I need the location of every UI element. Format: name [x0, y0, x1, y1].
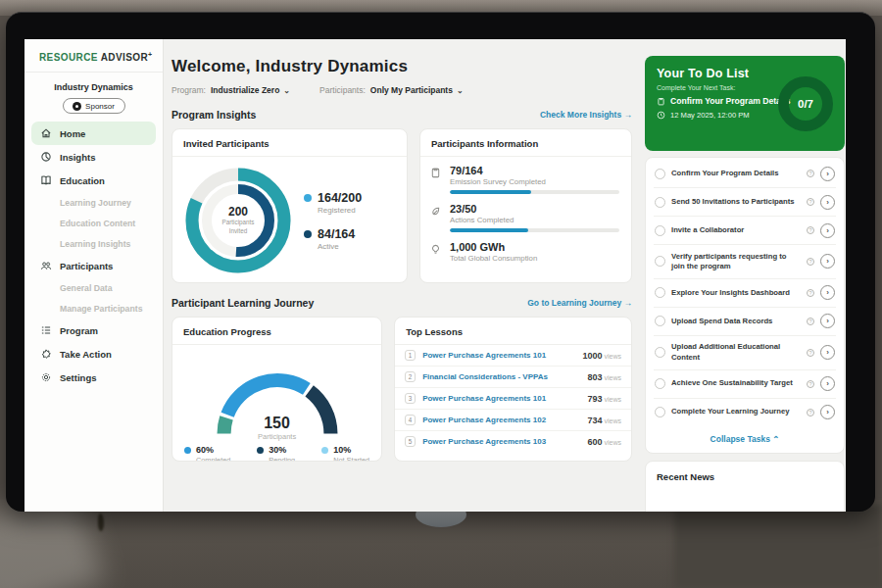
- legend-item-registered: 164/200 Registered: [304, 191, 362, 215]
- lesson-views: 803views: [587, 372, 621, 382]
- task-checkbox[interactable]: [655, 407, 665, 417]
- org-name: Industry Dynamics: [24, 82, 163, 92]
- task-checkbox[interactable]: [655, 347, 665, 358]
- participants-filter-label: Participants:: [319, 85, 366, 95]
- section-title: Participant Learning Journey: [172, 297, 314, 309]
- task-row: Complete Your Learning Journey ? ›: [654, 399, 836, 426]
- education-legend: 60% Completed 30% Pending: [172, 441, 381, 462]
- lesson-link[interactable]: Power Purchase Agreements 103: [422, 437, 580, 446]
- task-checkbox[interactable]: [655, 316, 665, 326]
- sidebar-item-education-content[interactable]: Education Content: [24, 213, 163, 233]
- sidebar-item-learning-insights[interactable]: Learning Insights: [24, 233, 163, 254]
- emission-survey-value: 79/164: [450, 165, 619, 176]
- scene: RESOURCE ADVISOR+ Industry Dynamics Spon…: [0, 0, 882, 588]
- task-checkbox[interactable]: [655, 197, 665, 208]
- task-open-button[interactable]: ›: [820, 285, 835, 300]
- invited-center-value: 200: [228, 205, 248, 219]
- task-open-button[interactable]: ›: [820, 254, 835, 269]
- todo-tasks-card: Confirm Your Program Details ? › Send 50…: [645, 157, 845, 454]
- chevron-down-icon: ⌄: [283, 86, 290, 95]
- sidebar-item-participants[interactable]: Participants: [24, 254, 163, 277]
- chevron-down-icon: ⌄: [457, 86, 464, 95]
- lesson-link[interactable]: Financial Considerations - VPPAs: [422, 372, 580, 381]
- task-checkbox[interactable]: [655, 169, 665, 179]
- sidebar-nav: Home Insights Education Learning Journey…: [24, 122, 163, 389]
- sidebar-item-settings[interactable]: Settings: [24, 366, 163, 389]
- top-lessons-card: Top Lessons 1 Power Purchase Agreements …: [394, 317, 632, 462]
- lesson-link[interactable]: Power Purchase Agreements 102: [422, 416, 580, 424]
- sidebar-item-label: Take Action: [60, 349, 112, 360]
- task-label: Confirm Your Program Details: [671, 169, 801, 178]
- sidebar-item-take-action[interactable]: Take Action: [24, 342, 163, 366]
- task-label: Upload Additional Educational Content: [671, 342, 801, 363]
- invited-legend: 164/200 Registered 84/164 Active: [304, 191, 362, 251]
- lesson-row: 3 Power Purchase Agreements 101 793views: [395, 388, 631, 410]
- background-object: [98, 514, 104, 531]
- dashboard-screen: RESOURCE ADVISOR+ Industry Dynamics Spon…: [24, 39, 846, 512]
- logo-text-resource: RESOURCE: [39, 52, 98, 63]
- legend-item-pending: 30% Pending: [257, 445, 295, 462]
- survey-icon: [430, 165, 442, 194]
- program-filter-select[interactable]: Industrialize Zero ⌄: [211, 85, 290, 95]
- lesson-row: 5 Power Purchase Agreements 103 600views: [395, 431, 631, 452]
- insights-cards-row: Invited Participants 200: [172, 128, 632, 283]
- sponsor-badge-label: Sponsor: [85, 102, 115, 111]
- task-row: Confirm Your Program Details ? ›: [654, 160, 836, 188]
- sponsor-badge[interactable]: Sponsor: [63, 98, 125, 114]
- task-checkbox[interactable]: [655, 225, 665, 236]
- task-open-button[interactable]: ›: [820, 345, 835, 360]
- lesson-row: 4 Power Purchase Agreements 102 734views: [395, 410, 631, 431]
- card-title: Education Progress: [172, 318, 381, 345]
- program-filter: Program: Industrialize Zero ⌄: [172, 85, 290, 95]
- book-icon: [40, 174, 52, 186]
- participants-filter-select[interactable]: Only My Participants ⌄: [370, 85, 464, 95]
- actions-completed-progressbar: [450, 228, 619, 232]
- section-title: Program Insights: [172, 109, 256, 121]
- arrow-right-icon: →: [624, 298, 633, 308]
- task-open-button[interactable]: ›: [820, 167, 835, 181]
- sidebar-item-education[interactable]: Education: [24, 169, 163, 192]
- task-row: Invite a Collaborator ? ›: [654, 217, 836, 245]
- lesson-link[interactable]: Power Purchase Agreements 101: [422, 351, 575, 360]
- task-label: Achieve One Sustainability Target: [671, 378, 801, 388]
- task-open-button[interactable]: ›: [820, 314, 835, 328]
- task-checkbox[interactable]: [655, 378, 665, 389]
- task-open-button[interactable]: ›: [820, 195, 835, 210]
- emission-survey-row: 79/164 Emission Survey Completed: [430, 165, 619, 194]
- legend-item-active: 84/164 Active: [304, 227, 362, 251]
- task-row: Verify participants requesting to join t…: [654, 245, 836, 279]
- active-label: Active: [318, 242, 355, 251]
- task-info-icon: ?: [807, 170, 814, 177]
- sponsor-icon: [73, 102, 81, 111]
- todo-panel: Your To Do List Complete Your Next Task:…: [645, 56, 845, 512]
- list-icon: [40, 324, 52, 336]
- collapse-tasks-link[interactable]: Collapse Tasks ⌃: [654, 426, 836, 451]
- task-open-button[interactable]: ›: [820, 223, 835, 238]
- go-to-learning-journey-link[interactable]: Go to Learning Journey →: [527, 298, 632, 308]
- app-logo: RESOURCE ADVISOR+: [24, 39, 163, 73]
- lesson-row: 1 Power Purchase Agreements 101 1000view…: [395, 345, 631, 367]
- sidebar-item-program[interactable]: Program: [24, 318, 163, 342]
- sidebar-item-insights[interactable]: Insights: [24, 145, 163, 169]
- task-info-icon: ?: [807, 318, 814, 325]
- global-consumption-value: 1,000 GWh: [450, 241, 619, 253]
- sidebar-item-label: Program: [60, 325, 98, 336]
- task-label: Send 50 Invitations to Participants: [671, 197, 801, 207]
- task-checkbox[interactable]: [655, 287, 665, 298]
- logo-text-advisor: ADVISOR+: [101, 52, 153, 63]
- sidebar-item-home[interactable]: Home: [31, 122, 156, 145]
- lesson-link[interactable]: Power Purchase Agreements 101: [422, 394, 580, 403]
- todo-progress-ring: 0/7: [778, 76, 833, 131]
- sidebar-item-learning-journey[interactable]: Learning Journey: [24, 192, 163, 213]
- task-open-button[interactable]: ›: [820, 405, 835, 419]
- sidebar-item-general-data[interactable]: General Data: [24, 277, 163, 298]
- actions-completed-value: 23/50: [450, 203, 619, 215]
- sidebar-item-manage-participants[interactable]: Manage Participants: [24, 298, 163, 318]
- invited-center-label: Participants Invited: [213, 219, 264, 236]
- clock-icon: [657, 111, 665, 120]
- legend-dot: [304, 194, 312, 202]
- task-open-button[interactable]: ›: [820, 376, 835, 391]
- registered-label: Registered: [318, 206, 362, 215]
- check-more-insights-link[interactable]: Check More Insights →: [540, 110, 632, 120]
- task-checkbox[interactable]: [655, 256, 665, 267]
